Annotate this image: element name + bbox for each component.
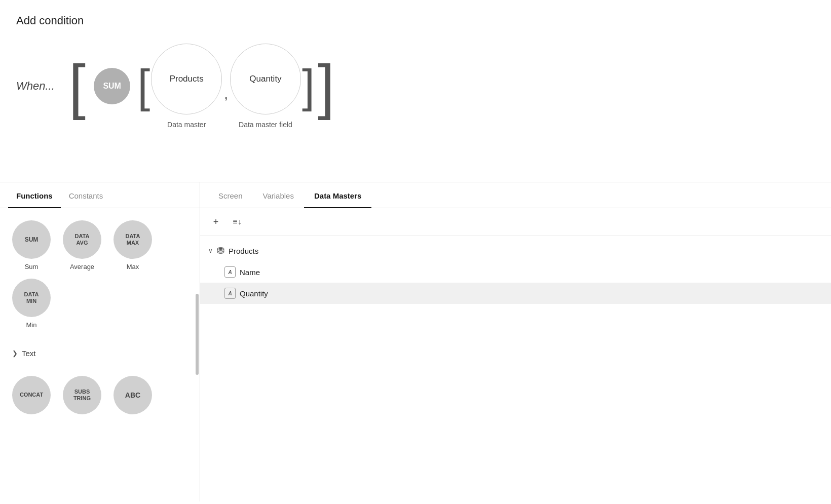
func-max-label: Max xyxy=(127,263,139,270)
func-min-label: Min xyxy=(26,321,37,329)
quantity-sublabel: Data master field xyxy=(239,121,292,129)
outer-bracket-open: [ xyxy=(69,56,86,117)
inner-bracket-close: ] xyxy=(302,63,315,109)
page-title: Add condition xyxy=(16,14,815,27)
products-circle[interactable]: Products xyxy=(151,44,222,114)
left-tabs: Functions Constants xyxy=(0,182,200,208)
when-label: When... xyxy=(16,80,55,93)
func-min-circle[interactable]: DATAMIN xyxy=(12,279,51,317)
func-max[interactable]: DATAMAX Max xyxy=(114,220,152,270)
quantity-node[interactable]: Quantity Data master field xyxy=(230,44,301,129)
tree-name-field[interactable]: A Name xyxy=(200,261,831,283)
database-icon: ⛃ xyxy=(217,245,224,256)
tree-quantity-field[interactable]: A Quantity xyxy=(200,283,831,304)
products-chevron-icon: ∨ xyxy=(208,247,213,254)
text-functions-row: CONCAT SUBSTRING ABC xyxy=(12,376,187,414)
outer-bracket-close: ] xyxy=(318,56,334,117)
math-functions-row1: SUM Sum DATAAVG Average DATAMAX Max xyxy=(12,220,187,270)
inner-bracket-open: [ xyxy=(137,63,150,109)
text-chevron-icon: ❯ xyxy=(12,350,18,357)
func-abc[interactable]: ABC xyxy=(114,376,152,414)
functions-grid: SUM Sum DATAAVG Average DATAMAX Max DATA… xyxy=(0,208,200,345)
products-sublabel: Data master xyxy=(167,121,206,129)
products-node[interactable]: Products Data master xyxy=(151,44,222,129)
func-sum[interactable]: SUM Sum xyxy=(12,220,51,270)
func-avg-circle[interactable]: DATAAVG xyxy=(63,220,101,259)
func-avg-label: Average xyxy=(70,263,94,270)
comma-separator: , xyxy=(224,86,228,129)
formula-area: When... [ SUM [ Products Data master , Q… xyxy=(16,44,815,129)
top-section: Add condition When... [ SUM [ Products D… xyxy=(0,0,831,182)
add-button[interactable]: + xyxy=(208,214,223,229)
quantity-field-icon: A xyxy=(224,288,236,299)
func-sum-label: Sum xyxy=(25,263,39,270)
func-avg[interactable]: DATAAVG Average xyxy=(63,220,101,270)
left-panel: Functions Constants SUM Sum DATAAVG Aver… xyxy=(0,182,200,501)
math-functions-row2: DATAMIN Min xyxy=(12,279,187,329)
tab-constants[interactable]: Constants xyxy=(61,182,111,208)
tab-data-masters[interactable]: Data Masters xyxy=(304,182,371,208)
bottom-section: Functions Constants SUM Sum DATAAVG Aver… xyxy=(0,182,831,501)
tree-products-parent[interactable]: ∨ ⛃ Products xyxy=(200,240,831,261)
products-parent-label: Products xyxy=(229,247,258,255)
quantity-circle[interactable]: Quantity xyxy=(230,44,301,114)
scrollbar-thumb[interactable] xyxy=(196,294,199,375)
func-sum-circle[interactable]: SUM xyxy=(12,220,51,259)
tab-functions[interactable]: Functions xyxy=(8,182,61,208)
tab-variables[interactable]: Variables xyxy=(253,182,304,208)
right-tabs: Screen Variables Data Masters xyxy=(200,182,831,208)
tab-screen[interactable]: Screen xyxy=(208,182,253,208)
func-abc-circle[interactable]: ABC xyxy=(114,376,152,414)
func-concat[interactable]: CONCAT xyxy=(12,376,51,414)
name-field-label: Name xyxy=(240,268,260,277)
sort-button[interactable]: ≡↓ xyxy=(230,214,245,229)
func-concat-circle[interactable]: CONCAT xyxy=(12,376,51,414)
data-tree: ∨ ⛃ Products A Name A Quantity xyxy=(200,236,831,501)
quantity-field-label: Quantity xyxy=(240,289,268,298)
func-substring-circle[interactable]: SUBSTRING xyxy=(63,376,101,414)
func-min[interactable]: DATAMIN Min xyxy=(12,279,51,329)
sum-function-pill[interactable]: SUM xyxy=(94,68,130,104)
func-substring[interactable]: SUBSTRING xyxy=(63,376,101,414)
text-functions-grid: CONCAT SUBSTRING ABC xyxy=(0,364,200,431)
right-toolbar: + ≡↓ xyxy=(200,208,831,236)
right-panel: Screen Variables Data Masters + ≡↓ ∨ ⛃ P… xyxy=(200,182,831,501)
func-max-circle[interactable]: DATAMAX xyxy=(114,220,152,259)
name-field-icon: A xyxy=(224,266,236,278)
scrollbar-track[interactable] xyxy=(196,213,199,501)
text-section-label: Text xyxy=(22,349,36,358)
text-section-header[interactable]: ❯ Text xyxy=(0,345,200,364)
